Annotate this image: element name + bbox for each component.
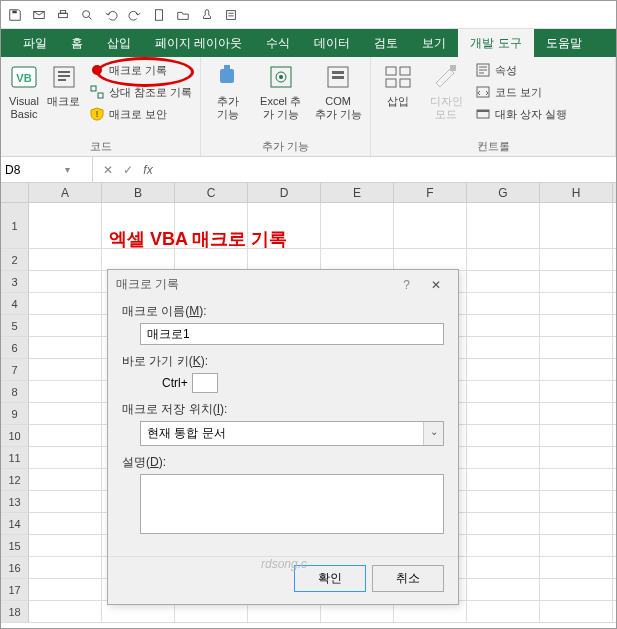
- row-header[interactable]: 13: [1, 491, 29, 512]
- cell[interactable]: [540, 359, 613, 380]
- cell[interactable]: [29, 601, 102, 622]
- row-header[interactable]: 17: [1, 579, 29, 600]
- cell[interactable]: [29, 359, 102, 380]
- description-textarea[interactable]: [140, 474, 444, 534]
- col-header[interactable]: E: [321, 183, 394, 202]
- tab-formulas[interactable]: 수식: [254, 29, 302, 57]
- row-header[interactable]: 7: [1, 359, 29, 380]
- touch-icon[interactable]: [199, 7, 215, 23]
- col-header[interactable]: C: [175, 183, 248, 202]
- addins-button[interactable]: 추가 기능: [205, 59, 251, 123]
- cell[interactable]: [467, 381, 540, 402]
- cell[interactable]: [29, 557, 102, 578]
- cell[interactable]: [467, 359, 540, 380]
- cell[interactable]: [175, 249, 248, 270]
- macro-name-input[interactable]: [140, 323, 444, 345]
- cell[interactable]: [467, 601, 540, 622]
- cell[interactable]: [29, 403, 102, 424]
- name-box[interactable]: ▾: [1, 157, 93, 182]
- col-header[interactable]: A: [29, 183, 102, 202]
- tab-insert[interactable]: 삽입: [95, 29, 143, 57]
- design-mode-button[interactable]: 디자인 모드: [423, 59, 469, 123]
- cell[interactable]: [467, 447, 540, 468]
- cell[interactable]: [540, 249, 613, 270]
- email-icon[interactable]: [31, 7, 47, 23]
- cancel-button[interactable]: 취소: [372, 565, 444, 592]
- cell[interactable]: [540, 557, 613, 578]
- cell[interactable]: [540, 403, 613, 424]
- open-icon[interactable]: [175, 7, 191, 23]
- cell[interactable]: [467, 557, 540, 578]
- cell[interactable]: [540, 579, 613, 600]
- cell[interactable]: [467, 403, 540, 424]
- cell[interactable]: [467, 315, 540, 336]
- view-code-button[interactable]: 코드 보기: [471, 81, 571, 103]
- undo-icon[interactable]: [103, 7, 119, 23]
- tab-pagelayout[interactable]: 페이지 레이아웃: [143, 29, 254, 57]
- col-header[interactable]: G: [467, 183, 540, 202]
- cell[interactable]: [467, 337, 540, 358]
- tab-file[interactable]: 파일: [11, 29, 59, 57]
- col-header[interactable]: H: [540, 183, 613, 202]
- row-header[interactable]: 3: [1, 271, 29, 292]
- cell[interactable]: [29, 203, 102, 248]
- row-header[interactable]: 15: [1, 535, 29, 556]
- cell[interactable]: [29, 249, 102, 270]
- row-header[interactable]: 8: [1, 381, 29, 402]
- cell[interactable]: [29, 337, 102, 358]
- cell[interactable]: [394, 203, 467, 248]
- cell[interactable]: [540, 271, 613, 292]
- cell[interactable]: [29, 469, 102, 490]
- insert-control-button[interactable]: 삽입: [375, 59, 421, 110]
- cell[interactable]: [29, 579, 102, 600]
- visual-basic-button[interactable]: VB Visual Basic: [5, 59, 43, 123]
- cell[interactable]: [540, 381, 613, 402]
- fx-icon[interactable]: fx: [139, 163, 157, 177]
- relative-ref-button[interactable]: 상대 참조로 기록: [85, 81, 196, 103]
- cell[interactable]: [29, 513, 102, 534]
- cell[interactable]: [540, 513, 613, 534]
- cell[interactable]: [29, 293, 102, 314]
- cell[interactable]: [394, 249, 467, 270]
- cell[interactable]: [540, 491, 613, 512]
- row-header[interactable]: 2: [1, 249, 29, 270]
- excel-addins-button[interactable]: Excel 추 가 기능: [253, 59, 309, 123]
- dialog-help-icon[interactable]: ?: [403, 278, 410, 292]
- formula-input[interactable]: [163, 163, 616, 177]
- chevron-down-icon[interactable]: ⌄: [423, 422, 443, 445]
- cell[interactable]: [248, 249, 321, 270]
- redo-icon[interactable]: [127, 7, 143, 23]
- cell[interactable]: [29, 381, 102, 402]
- row-header[interactable]: 11: [1, 447, 29, 468]
- cell[interactable]: [467, 535, 540, 556]
- cell[interactable]: [540, 469, 613, 490]
- ok-button[interactable]: 확인: [294, 565, 366, 592]
- row-header[interactable]: 12: [1, 469, 29, 490]
- cell[interactable]: [321, 249, 394, 270]
- cell[interactable]: [467, 469, 540, 490]
- row-header[interactable]: 4: [1, 293, 29, 314]
- row-header[interactable]: 1: [1, 203, 29, 248]
- cell[interactable]: [29, 315, 102, 336]
- cell[interactable]: [29, 491, 102, 512]
- cell[interactable]: [467, 203, 540, 248]
- tab-data[interactable]: 데이터: [302, 29, 362, 57]
- preview-icon[interactable]: [79, 7, 95, 23]
- enter-formula-icon[interactable]: ✓: [119, 163, 137, 177]
- col-header[interactable]: D: [248, 183, 321, 202]
- cell[interactable]: [540, 293, 613, 314]
- cell[interactable]: [540, 203, 613, 248]
- name-box-input[interactable]: [5, 163, 65, 177]
- run-dialog-button[interactable]: 대화 상자 실행: [471, 103, 571, 125]
- cell[interactable]: [467, 271, 540, 292]
- tab-developer[interactable]: 개발 도구: [458, 29, 533, 57]
- macro-security-button[interactable]: ! 매크로 보안: [85, 103, 196, 125]
- name-box-dropdown-icon[interactable]: ▾: [65, 164, 70, 175]
- row-header[interactable]: 16: [1, 557, 29, 578]
- com-addins-button[interactable]: COM 추가 기능: [310, 59, 366, 123]
- cell[interactable]: [540, 447, 613, 468]
- tab-home[interactable]: 홈: [59, 29, 95, 57]
- cell[interactable]: [467, 513, 540, 534]
- cell[interactable]: [540, 535, 613, 556]
- record-macro-button[interactable]: 매크로 기록: [85, 59, 196, 81]
